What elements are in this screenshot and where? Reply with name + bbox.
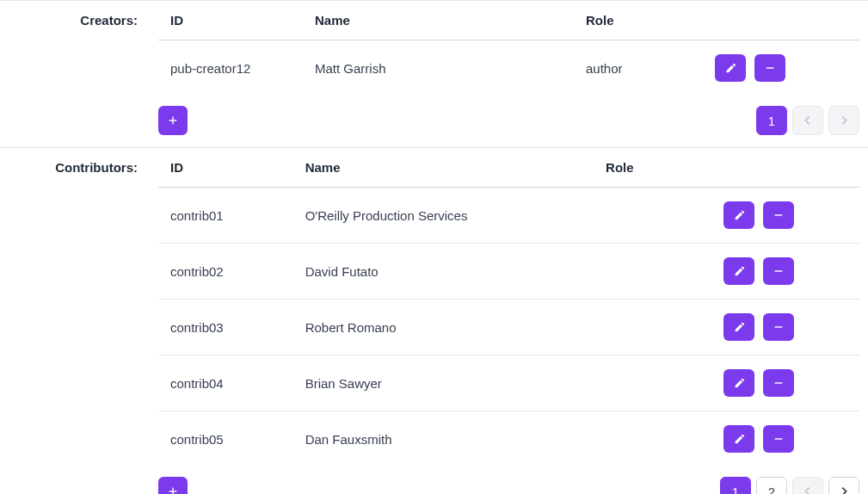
cell-name: Robert Romano bbox=[295, 299, 595, 355]
col-header-role: Role bbox=[595, 148, 713, 188]
add-contributor-button[interactable] bbox=[158, 477, 188, 494]
cell-actions bbox=[713, 411, 859, 467]
plus-icon bbox=[167, 485, 179, 494]
edit-button[interactable] bbox=[723, 201, 754, 229]
cell-id: contrib05 bbox=[158, 411, 295, 467]
cell-actions bbox=[713, 188, 859, 244]
cell-id: pub-creator12 bbox=[158, 40, 305, 96]
add-creator-button[interactable] bbox=[158, 106, 188, 135]
prev-page-button bbox=[792, 477, 823, 494]
creators-pager: 1 bbox=[756, 106, 859, 135]
creators-body: ID Name Role pub-creator12 Matt Garrish … bbox=[158, 1, 868, 147]
table-row: contrib03 Robert Romano bbox=[158, 299, 859, 355]
table-row: pub-creator12 Matt Garrish author bbox=[158, 40, 859, 96]
minus-icon bbox=[764, 62, 776, 74]
remove-button[interactable] bbox=[763, 425, 794, 453]
page-button[interactable]: 1 bbox=[756, 106, 787, 135]
table-row: contrib01 O'Reilly Production Services bbox=[158, 188, 859, 244]
cell-role: author bbox=[576, 40, 705, 96]
edit-icon bbox=[733, 377, 745, 389]
contributors-label: Contributors: bbox=[0, 148, 158, 494]
contributors-table: ID Name Role contrib01 O'Reilly Producti… bbox=[158, 148, 859, 466]
contributors-footer: 12 bbox=[158, 466, 859, 494]
table-row: contrib02 David Futato bbox=[158, 244, 859, 299]
edit-button[interactable] bbox=[723, 313, 754, 341]
col-header-actions bbox=[713, 148, 859, 188]
chevron-right-icon bbox=[838, 114, 850, 127]
col-header-actions bbox=[705, 1, 859, 40]
minus-icon bbox=[773, 209, 785, 221]
edit-button[interactable] bbox=[723, 369, 754, 397]
table-row: contrib04 Brian Sawyer bbox=[158, 355, 859, 411]
prev-page-button bbox=[792, 106, 823, 135]
cell-role bbox=[595, 244, 713, 299]
cell-id: contrib02 bbox=[158, 244, 295, 299]
next-page-button[interactable] bbox=[828, 477, 859, 494]
col-header-name: Name bbox=[295, 148, 595, 188]
chevron-right-icon bbox=[838, 485, 850, 494]
edit-button[interactable] bbox=[723, 425, 754, 453]
next-page-button bbox=[828, 106, 859, 135]
creators-footer: 1 bbox=[158, 96, 859, 147]
creators-label: Creators: bbox=[0, 1, 158, 147]
col-header-id: ID bbox=[158, 1, 305, 40]
chevron-left-icon bbox=[802, 485, 814, 494]
table-row: contrib05 Dan Fauxsmith bbox=[158, 411, 859, 467]
creators-table: ID Name Role pub-creator12 Matt Garrish … bbox=[158, 1, 859, 96]
minus-icon bbox=[773, 265, 785, 277]
remove-button[interactable] bbox=[763, 201, 794, 229]
cell-role bbox=[595, 355, 713, 411]
cell-id: contrib04 bbox=[158, 355, 295, 411]
cell-name: Dan Fauxsmith bbox=[295, 411, 595, 467]
edit-button[interactable] bbox=[715, 54, 746, 82]
minus-icon bbox=[773, 377, 785, 389]
cell-actions bbox=[713, 299, 859, 355]
col-header-name: Name bbox=[305, 1, 576, 40]
col-header-id: ID bbox=[158, 148, 295, 188]
cell-role bbox=[595, 188, 713, 244]
edit-icon bbox=[724, 62, 736, 74]
cell-actions bbox=[705, 40, 859, 96]
cell-actions bbox=[713, 355, 859, 411]
cell-role bbox=[595, 411, 713, 467]
cell-id: contrib01 bbox=[158, 188, 295, 244]
minus-icon bbox=[773, 433, 785, 445]
col-header-role: Role bbox=[576, 1, 705, 40]
page-button[interactable]: 1 bbox=[720, 477, 751, 494]
page-button[interactable]: 2 bbox=[756, 477, 787, 494]
cell-name: David Futato bbox=[295, 244, 595, 299]
edit-icon bbox=[733, 433, 745, 445]
remove-button[interactable] bbox=[754, 54, 785, 82]
plus-icon bbox=[167, 114, 179, 127]
cell-actions bbox=[713, 244, 859, 299]
edit-button[interactable] bbox=[723, 257, 754, 285]
cell-role bbox=[595, 299, 713, 355]
edit-icon bbox=[733, 209, 745, 221]
creators-section: Creators: ID Name Role pub-creator12 Mat… bbox=[0, 0, 868, 147]
cell-name: O'Reilly Production Services bbox=[295, 188, 595, 244]
contributors-pager: 12 bbox=[720, 477, 859, 494]
remove-button[interactable] bbox=[763, 257, 794, 285]
edit-icon bbox=[733, 265, 745, 277]
contributors-section: Contributors: ID Name Role contrib01 O'R… bbox=[0, 147, 868, 494]
cell-name: Brian Sawyer bbox=[295, 355, 595, 411]
minus-icon bbox=[773, 321, 785, 333]
remove-button[interactable] bbox=[763, 313, 794, 341]
contributors-body: ID Name Role contrib01 O'Reilly Producti… bbox=[158, 148, 868, 494]
chevron-left-icon bbox=[802, 114, 814, 127]
cell-name: Matt Garrish bbox=[305, 40, 576, 96]
edit-icon bbox=[733, 321, 745, 333]
cell-id: contrib03 bbox=[158, 299, 295, 355]
remove-button[interactable] bbox=[763, 369, 794, 397]
